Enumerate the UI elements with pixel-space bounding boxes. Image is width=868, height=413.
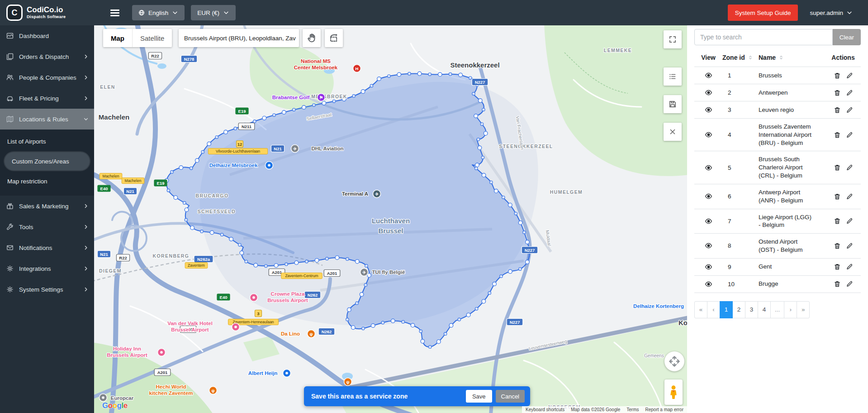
edit-zone-pencil-icon[interactable] (846, 263, 853, 270)
delete-zone-trash-icon[interactable] (834, 164, 841, 171)
view-zone-eye-icon[interactable] (694, 131, 722, 139)
delete-zone-trash-icon[interactable] (834, 89, 841, 96)
system-setup-guide-button[interactable]: System Setup Guide (728, 5, 798, 21)
polygon-vertex-handle[interactable] (262, 116, 266, 120)
polygon-vertex-handle[interactable] (322, 101, 326, 105)
save-area-save-button[interactable]: Save (466, 390, 492, 403)
polygon-vertex-handle[interactable] (294, 261, 299, 265)
polygon-vertex-handle[interactable] (514, 212, 517, 215)
sidebar-item-locations-rules[interactable]: Locations & Rules (0, 109, 94, 130)
map-type-map-button[interactable]: Map (103, 29, 132, 47)
polygon-vertex-handle[interactable] (428, 73, 431, 76)
polygon-vertex-handle[interactable] (245, 260, 247, 263)
poi-marker-terminal-a[interactable]: ✈ (373, 190, 381, 198)
polygon-vertex-handle[interactable] (458, 318, 460, 321)
polygon-vertex-handle[interactable] (351, 326, 356, 330)
delete-zone-trash-icon[interactable] (834, 280, 841, 288)
polygon-vertex-handle[interactable] (362, 327, 365, 330)
polygon-vertex-handle[interactable] (254, 263, 258, 267)
draw-polygon-tool-button[interactable] (325, 29, 343, 47)
polygon-vertex-handle[interactable] (240, 251, 244, 255)
user-menu[interactable]: super.admin (810, 10, 853, 16)
sort-icon[interactable] (748, 55, 753, 60)
polygon-vertex-handle[interactable] (523, 231, 526, 234)
polygon-vertex-handle[interactable] (519, 268, 522, 270)
polygon-vertex-handle[interactable] (273, 114, 275, 116)
currency-dropdown[interactable]: EUR (€) (191, 5, 236, 20)
polygon-vertex-handle[interactable] (437, 340, 441, 344)
polygon-vertex-handle[interactable] (526, 260, 530, 264)
polygon-vertex-handle[interactable] (479, 99, 483, 103)
edit-zone-pencil-icon[interactable] (846, 72, 853, 79)
street-view-pegman[interactable] (664, 379, 683, 405)
polygon-vertex-handle[interactable] (326, 257, 328, 260)
polygon-vertex-handle[interactable] (195, 158, 199, 163)
delete-zone-trash-icon[interactable] (834, 72, 841, 79)
delete-zone-trash-icon[interactable] (834, 106, 841, 114)
edit-zone-pencil-icon[interactable] (846, 89, 853, 96)
edit-zone-pencil-icon[interactable] (846, 164, 853, 171)
attribution-keyboard-shortcuts[interactable]: Keyboard shortcuts (526, 407, 564, 412)
sidebar-subitem-custom-zones-areas[interactable]: Custom Zones/Areas (5, 152, 90, 170)
delete-zone-trash-icon[interactable] (834, 242, 841, 250)
sidebar-item-integrations[interactable]: Integrations (0, 258, 94, 279)
pan-tool-button[interactable] (303, 29, 321, 47)
polygon-vertex-handle[interactable] (444, 332, 446, 335)
view-zone-eye-icon[interactable] (694, 280, 722, 288)
poi-marker-crowne-plaza[interactable] (250, 294, 258, 302)
polygon-vertex-handle[interactable] (332, 100, 335, 102)
edit-zone-pencil-icon[interactable] (846, 242, 853, 250)
delete-zone-trash-icon[interactable] (834, 193, 841, 200)
delete-zone-trash-icon[interactable] (834, 217, 841, 225)
map-svg[interactable]: SteenokkerzeelMachelenKoLEMMEKEELENMELSB… (94, 25, 687, 413)
edit-zone-pencil-icon[interactable] (846, 193, 853, 200)
pagination-page-4[interactable]: 4 (758, 301, 771, 318)
polygon-vertex-handle[interactable] (478, 146, 482, 150)
map-canvas[interactable]: SteenokkerzeelMachelenKoLEMMEKEELENMELSB… (94, 25, 687, 413)
sidebar-item-orders-dispatch[interactable]: Orders & Dispatch (0, 46, 94, 67)
polygon-vertex-handle[interactable] (482, 299, 486, 303)
polygon-vertex-handle[interactable] (370, 84, 373, 87)
close-drawing-button[interactable] (664, 123, 682, 141)
poi-marker-national-ms[interactable]: H (353, 65, 361, 72)
polygon-vertex-handle[interactable] (274, 264, 278, 268)
sidebar-item-fleet-pricing[interactable]: Fleet & Pricing (0, 88, 94, 109)
polygon-vertex-handle[interactable] (302, 106, 306, 110)
polygon-vertex-handle[interactable] (481, 156, 484, 159)
polygon-vertex-handle[interactable] (474, 114, 478, 118)
polygon-vertex-handle[interactable] (484, 131, 488, 135)
pagination-page-3[interactable]: 3 (745, 301, 758, 318)
polygon-vertex-handle[interactable] (265, 264, 267, 267)
polygon-vertex-handle[interactable] (488, 292, 491, 294)
polygon-vertex-handle[interactable] (347, 308, 351, 312)
polygon-vertex-handle[interactable] (364, 283, 367, 286)
sort-icon[interactable] (778, 55, 784, 60)
polygon-vertex-handle[interactable] (449, 73, 451, 76)
polygon-vertex-handle[interactable] (508, 269, 512, 274)
poi-marker-holiday-inn[interactable] (158, 349, 166, 356)
polygon-vertex-handle[interactable] (305, 260, 308, 263)
poi-marker-brasserie-mariadal[interactable]: ψ (344, 378, 352, 386)
polygon-vertex-handle[interactable] (502, 196, 505, 199)
delete-zone-trash-icon[interactable] (834, 263, 841, 270)
clear-search-button[interactable]: Clear (833, 29, 861, 45)
polygon-vertex-handle[interactable] (421, 339, 425, 343)
polygon-vertex-handle[interactable] (371, 324, 375, 328)
polygon-vertex-handle[interactable] (408, 72, 411, 75)
poi-marker-tui-fly-belgi[interactable]: ✈ (360, 269, 368, 276)
polygon-vertex-handle[interactable] (361, 90, 365, 94)
view-zone-eye-icon[interactable] (694, 106, 722, 114)
sidebar-toggle-hamburger-icon[interactable] (110, 8, 122, 17)
polygon-vertex-handle[interactable] (388, 75, 390, 77)
polygon-vertex-handle[interactable] (508, 203, 512, 207)
polygon-vertex-handle[interactable] (201, 150, 204, 153)
polygon-vertex-handle[interactable] (190, 226, 194, 230)
save-zone-button[interactable] (664, 95, 682, 113)
polygon-vertex-handle[interactable] (207, 142, 211, 146)
sidebar-item-system-settings[interactable]: System Settings (0, 279, 94, 300)
polygon-vertex-handle[interactable] (179, 166, 183, 170)
polygon-vertex-handle[interactable] (221, 233, 223, 236)
polygon-vertex-handle[interactable] (360, 293, 364, 297)
pagination-nav-8[interactable]: » (797, 301, 810, 318)
polygon-vertex-handle[interactable] (315, 259, 319, 263)
